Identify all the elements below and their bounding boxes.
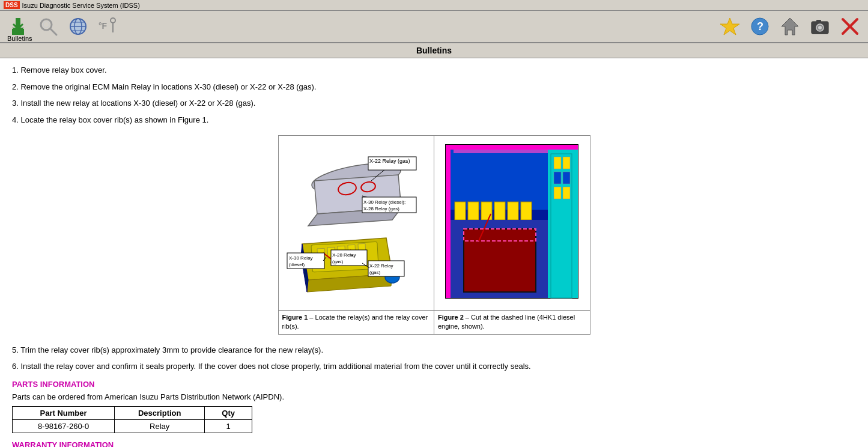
svg-text:X-30 Relay (diesel);: X-30 Relay (diesel); xyxy=(363,199,405,205)
table-header-row: Part Number Description Qty xyxy=(13,406,252,419)
figure-2-image xyxy=(434,136,590,310)
figures-captions: Figure 1 – Locate the relay(s) and the r… xyxy=(279,311,590,334)
figures-box: X-22 Relay (gas) X-30 Relay (diesel); X-… xyxy=(278,135,590,335)
temperature-button[interactable]: °F xyxy=(95,13,121,40)
col-description: Description xyxy=(115,406,205,419)
svg-text:?: ? xyxy=(757,20,763,32)
table-row: 8-98167-260-0 Relay 1 xyxy=(13,419,252,433)
svg-rect-58 xyxy=(446,145,451,298)
figure-1-caption: Figure 1 – Locate the relay(s) and the r… xyxy=(279,311,435,334)
svg-text:(gas): (gas) xyxy=(332,259,344,264)
svg-rect-57 xyxy=(446,145,578,150)
figures-images: X-22 Relay (gas) X-30 Relay (diesel); X-… xyxy=(279,136,590,311)
network-button[interactable] xyxy=(65,13,91,40)
warranty-info-title: WARRANTY INFORMATION xyxy=(12,440,856,447)
figure-2-caption: Figure 2 – Cut at the dashed line (4HK1 … xyxy=(434,311,590,334)
close-button[interactable] xyxy=(837,13,863,40)
svg-text:X-22 Relay (gas): X-22 Relay (gas) xyxy=(369,158,410,164)
toolbar: °F ? xyxy=(0,11,868,43)
title-text: Isuzu Diagnostic Service System (IDSS) xyxy=(22,2,140,9)
section-header: Bulletins xyxy=(0,43,868,58)
svg-rect-78 xyxy=(563,187,570,199)
svg-rect-76 xyxy=(563,172,570,184)
main-content[interactable]: 1. Remove relay box cover. 2. Remove the… xyxy=(0,58,868,447)
parts-table: Part Number Description Qty 8-98167-260-… xyxy=(12,406,252,433)
title-bar: DSS Isuzu Diagnostic Service System (IDS… xyxy=(0,0,868,11)
screenshot-button[interactable] xyxy=(807,13,833,40)
svg-rect-62 xyxy=(468,202,479,220)
svg-line-5 xyxy=(50,29,56,35)
step-5: 5. Trim the relay cover rib(s) approxima… xyxy=(12,344,856,356)
svg-text:X-28 Relay (gas): X-28 Relay (gas) xyxy=(363,206,399,211)
col-qty: Qty xyxy=(205,406,252,419)
parts-info-title: PARTS INFORMATION xyxy=(12,380,856,389)
parts-info-text: Parts can be ordered from American Isuzu… xyxy=(12,392,856,401)
svg-text:X-30 Relay: X-30 Relay xyxy=(289,255,313,261)
search-button[interactable] xyxy=(35,13,61,40)
toolbar-right: ? xyxy=(717,13,863,40)
svg-rect-75 xyxy=(554,172,561,184)
svg-text:°F: °F xyxy=(99,21,108,31)
svg-rect-77 xyxy=(554,187,561,199)
step-2: 2. Remove the original ECM Main Relay in… xyxy=(12,81,856,93)
svg-rect-73 xyxy=(554,157,561,169)
title-icon: DSS xyxy=(4,1,20,9)
svg-rect-74 xyxy=(563,157,570,169)
figures-container: X-22 Relay (gas) X-30 Relay (diesel); X-… xyxy=(12,135,856,335)
svg-rect-61 xyxy=(455,202,466,220)
figure-1-image: X-22 Relay (gas) X-30 Relay (diesel); X-… xyxy=(279,136,435,310)
svg-point-21 xyxy=(818,26,822,29)
step-6: 6. Install the relay cover and confirm i… xyxy=(12,360,856,372)
svg-text:(diesel): (diesel) xyxy=(289,262,305,267)
svg-rect-64 xyxy=(494,202,505,220)
svg-rect-22 xyxy=(816,20,821,22)
svg-point-6 xyxy=(43,22,49,28)
svg-marker-15 xyxy=(720,18,739,35)
svg-rect-71 xyxy=(454,150,548,153)
col-part-number: Part Number xyxy=(13,406,115,419)
toolbar-label: Bulletins xyxy=(4,35,32,42)
svg-text:X-22 Relay: X-22 Relay xyxy=(369,263,393,269)
home-button[interactable] xyxy=(777,13,803,40)
svg-rect-68 xyxy=(464,229,536,292)
toolbar-wrapper: °F ? xyxy=(0,11,868,43)
svg-rect-2 xyxy=(16,18,20,29)
help-button[interactable]: ? xyxy=(747,13,773,40)
cell-part-number: 8-98167-260-0 xyxy=(13,419,115,433)
svg-rect-60 xyxy=(451,150,548,210)
svg-rect-63 xyxy=(481,202,492,220)
svg-text:X-28 Relay: X-28 Relay xyxy=(332,252,356,258)
step-3: 3. Install the new relay at locations X-… xyxy=(12,97,856,109)
svg-rect-66 xyxy=(521,202,532,220)
bookmarks-button[interactable] xyxy=(717,13,743,40)
cell-qty: 1 xyxy=(205,419,252,433)
svg-text:(gas): (gas) xyxy=(369,270,381,275)
step-1: 1. Remove relay box cover. xyxy=(12,64,856,76)
step-4: 4. Locate the relay box cover rib(s) as … xyxy=(12,114,856,126)
svg-marker-18 xyxy=(782,18,798,35)
cell-description: Relay xyxy=(115,419,205,433)
svg-rect-65 xyxy=(508,202,518,220)
svg-point-13 xyxy=(111,18,115,23)
